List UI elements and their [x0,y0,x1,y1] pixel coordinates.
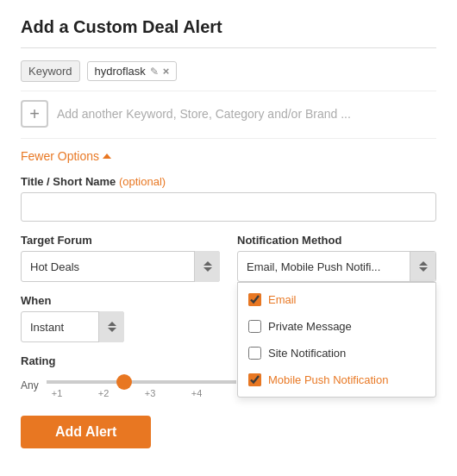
dropdown-item-private-message[interactable]: Private Message [238,313,435,340]
notification-display[interactable]: Email, Mobile Push Notifi... [237,251,436,282]
notification-method-col: Notification Method Email, Mobile Push N… [237,234,436,282]
keyword-tag-value: hydroflask [95,65,146,78]
when-wrapper: Instant Daily Digest Weekly Digest [21,311,124,342]
dropdown-item-mobile-push[interactable]: Mobile Push Notification [238,366,435,393]
dropdown-item-email[interactable]: Email [238,286,435,313]
target-forum-select[interactable]: Hot Deals Freebies Gift Card Exchange Sl… [21,251,220,282]
site-notification-label: Site Notification [268,347,346,360]
email-label: Email [268,293,297,306]
target-forum-wrapper: Hot Deals Freebies Gift Card Exchange Sl… [21,251,220,282]
private-message-checkbox[interactable] [248,320,261,333]
close-icon[interactable]: × [163,65,170,78]
target-forum-label: Target Forum [21,234,220,247]
add-keyword-placeholder: Add another Keyword, Store, Category and… [57,107,351,121]
edit-icon[interactable]: ✎ [150,66,159,78]
slider-wrapper: +1 +2 +3 +4 +5 [47,373,254,398]
two-col-section: Target Forum Hot Deals Freebies Gift Car… [21,234,436,282]
notification-arrow-icon [410,252,435,281]
mobile-push-checkbox[interactable] [248,373,261,386]
add-keyword-row: + Add another Keyword, Store, Category a… [21,100,436,139]
title-field-group: Title / Short Name (optional) [21,175,436,234]
private-message-label: Private Message [268,320,352,333]
title-field-label: Title / Short Name (optional) [21,175,436,188]
dropdown-item-site-notification[interactable]: Site Notification [238,340,435,366]
keyword-tag: hydroflask ✎ × [87,61,178,81]
fewer-options-label: Fewer Options [21,149,99,163]
add-keyword-button[interactable]: + [21,100,48,128]
keyword-label: Keyword [21,60,80,82]
notification-dropdown: Email Private Message Site Notification … [237,282,436,398]
rating-slider[interactable] [47,380,236,384]
email-checkbox[interactable] [248,293,261,306]
notification-display-text: Email, Mobile Push Notifi... [247,260,380,273]
add-alert-button[interactable]: Add Alert [21,416,151,448]
title-input[interactable] [21,192,436,222]
target-forum-col: Target Forum Hot Deals Freebies Gift Car… [21,234,220,282]
fewer-options-link[interactable]: Fewer Options [21,149,111,163]
keyword-section: Keyword hydroflask ✎ × [21,60,436,91]
chevron-up-icon [103,153,111,159]
notification-method-label: Notification Method [237,234,436,247]
notification-dropdown-container: Email, Mobile Push Notifi... Email Priva… [237,251,436,282]
mobile-push-label: Mobile Push Notification [268,373,388,386]
rating-any-label: Any [21,379,40,391]
when-select[interactable]: Instant Daily Digest Weekly Digest [21,311,124,342]
page-title: Add a Custom Deal Alert [21,17,436,48]
site-notification-checkbox[interactable] [248,347,261,360]
